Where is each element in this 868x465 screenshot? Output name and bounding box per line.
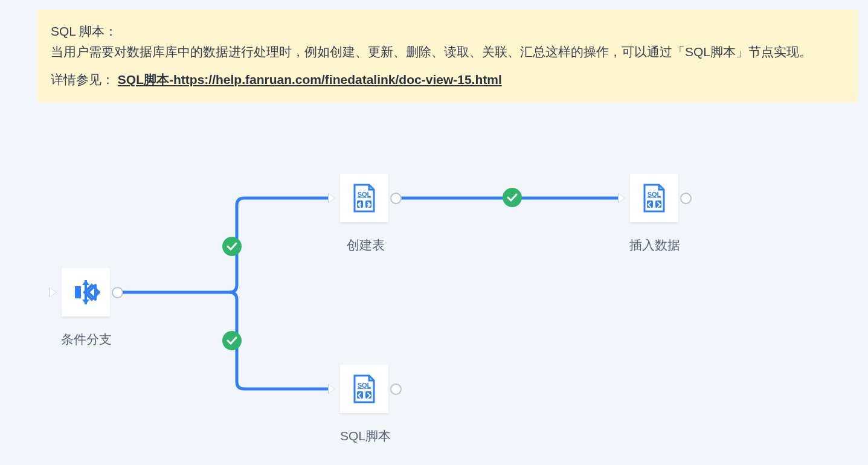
input-port-icon <box>50 287 57 297</box>
svg-rect-0 <box>75 286 81 298</box>
svg-text:SQL: SQL <box>358 191 371 198</box>
input-port-icon <box>328 193 335 203</box>
sql-file-icon: SQL <box>350 184 379 213</box>
success-badge <box>222 331 242 350</box>
help-banner: SQL 脚本： 当用户需要对数据库库中的数据进行处理时，例如创建、更新、删除、读… <box>37 10 858 103</box>
node-branch[interactable] <box>62 268 110 316</box>
success-badge <box>503 188 522 207</box>
output-port[interactable] <box>112 287 123 298</box>
output-port[interactable] <box>390 383 402 395</box>
help-detail-prefix: 详情参见： <box>51 72 114 86</box>
node-label: 创建表 <box>344 237 387 254</box>
svg-text:SQL: SQL <box>358 382 371 389</box>
svg-text:SQL: SQL <box>648 191 661 198</box>
input-port-icon <box>618 193 625 203</box>
help-title: SQL 脚本： <box>51 22 844 41</box>
help-link[interactable]: SQL脚本-https://help.fanruan.com/finedatal… <box>118 72 502 86</box>
sql-file-icon: SQL <box>640 184 669 213</box>
output-port[interactable] <box>390 193 402 204</box>
help-link-row: 详情参见： SQL脚本-https://help.fanruan.com/fin… <box>51 70 844 89</box>
output-port[interactable] <box>680 193 692 204</box>
help-body: 当用户需要对数据库库中的数据进行处理时，例如创建、更新、删除、读取、关联、汇总这… <box>51 42 844 62</box>
sql-file-icon: SQL <box>350 374 379 403</box>
input-port-icon <box>328 384 335 394</box>
node-label: 插入数据 <box>628 237 682 254</box>
success-badge <box>222 237 242 256</box>
node-insert-data[interactable]: SQL <box>630 174 678 222</box>
node-label: SQL脚本 <box>338 428 393 444</box>
node-create-table[interactable]: SQL <box>340 174 388 222</box>
node-label: 条件分支 <box>59 331 114 348</box>
branch-icon <box>71 278 100 307</box>
node-sql-script[interactable]: SQL <box>340 365 388 413</box>
